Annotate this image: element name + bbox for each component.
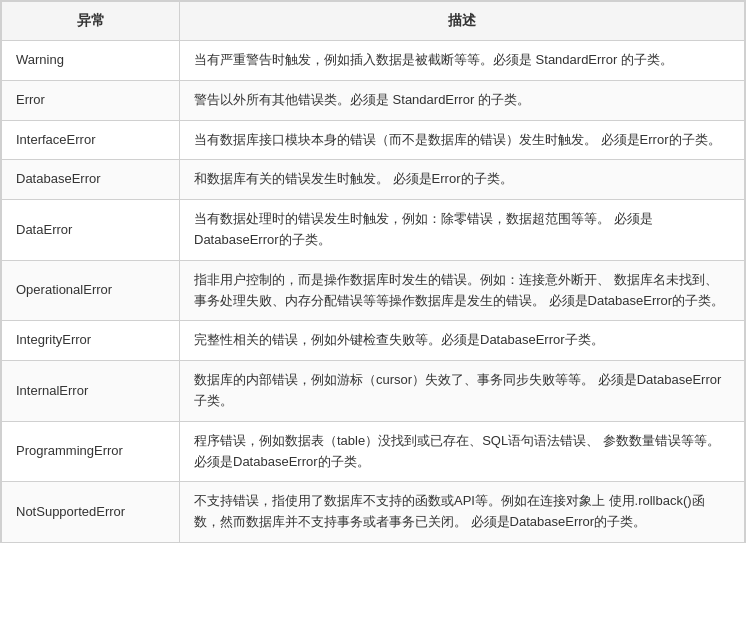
header-exception: 异常: [2, 2, 180, 41]
table-row: DatabaseError和数据库有关的错误发生时触发。 必须是Error的子类…: [2, 160, 745, 200]
exception-description: 完整性相关的错误，例如外键检查失败等。必须是DatabaseError子类。: [180, 321, 745, 361]
table-row: ProgrammingError程序错误，例如数据表（table）没找到或已存在…: [2, 421, 745, 482]
exception-name: InternalError: [2, 361, 180, 422]
exception-name: OperationalError: [2, 260, 180, 321]
exception-name: Error: [2, 80, 180, 120]
exception-name: DatabaseError: [2, 160, 180, 200]
exception-description: 当有数据处理时的错误发生时触发，例如：除零错误，数据超范围等等。 必须是Data…: [180, 200, 745, 261]
exception-name: NotSupportedError: [2, 482, 180, 542]
exception-description: 指非用户控制的，而是操作数据库时发生的错误。例如：连接意外断开、 数据库名未找到…: [180, 260, 745, 321]
exception-name: DataError: [2, 200, 180, 261]
exception-description: 和数据库有关的错误发生时触发。 必须是Error的子类。: [180, 160, 745, 200]
table-header-row: 异常 描述: [2, 2, 745, 41]
exception-description: 程序错误，例如数据表（table）没找到或已存在、SQL语句语法错误、 参数数量…: [180, 421, 745, 482]
exception-description: 当有数据库接口模块本身的错误（而不是数据库的错误）发生时触发。 必须是Error…: [180, 120, 745, 160]
table-row: InternalError数据库的内部错误，例如游标（cursor）失效了、事务…: [2, 361, 745, 422]
exception-description: 当有严重警告时触发，例如插入数据是被截断等等。必须是 StandardError…: [180, 41, 745, 81]
exception-name: ProgrammingError: [2, 421, 180, 482]
table-row: OperationalError指非用户控制的，而是操作数据库时发生的错误。例如…: [2, 260, 745, 321]
main-table-container: 异常 描述 Warning当有严重警告时触发，例如插入数据是被截断等等。必须是 …: [0, 0, 746, 543]
header-description: 描述: [180, 2, 745, 41]
exception-description: 警告以外所有其他错误类。必须是 StandardError 的子类。: [180, 80, 745, 120]
table-row: Warning当有严重警告时触发，例如插入数据是被截断等等。必须是 Standa…: [2, 41, 745, 81]
table-row: Error警告以外所有其他错误类。必须是 StandardError 的子类。: [2, 80, 745, 120]
table-row: NotSupportedError不支持错误，指使用了数据库不支持的函数或API…: [2, 482, 745, 542]
exception-name: Warning: [2, 41, 180, 81]
exception-description: 数据库的内部错误，例如游标（cursor）失效了、事务同步失败等等。 必须是Da…: [180, 361, 745, 422]
exception-table: 异常 描述 Warning当有严重警告时触发，例如插入数据是被截断等等。必须是 …: [1, 1, 745, 542]
table-row: IntegrityError完整性相关的错误，例如外键检查失败等。必须是Data…: [2, 321, 745, 361]
table-row: InterfaceError当有数据库接口模块本身的错误（而不是数据库的错误）发…: [2, 120, 745, 160]
exception-name: InterfaceError: [2, 120, 180, 160]
exception-name: IntegrityError: [2, 321, 180, 361]
exception-description: 不支持错误，指使用了数据库不支持的函数或API等。例如在连接对象上 使用.rol…: [180, 482, 745, 542]
table-row: DataError当有数据处理时的错误发生时触发，例如：除零错误，数据超范围等等…: [2, 200, 745, 261]
